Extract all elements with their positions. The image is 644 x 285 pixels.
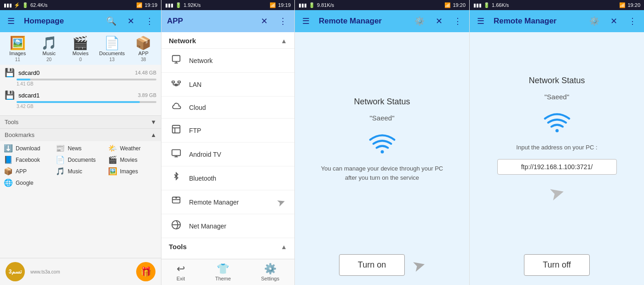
close-button-3[interactable]: ✕	[434, 14, 444, 28]
network-icon	[171, 54, 182, 67]
time-label-4: 19:20	[627, 2, 640, 8]
menu-item-androidtv[interactable]: Android TV	[161, 142, 294, 166]
wifi-icon-large-3	[366, 129, 398, 157]
settings-icon: ⚙️	[264, 263, 276, 275]
status-right-4: 📶 19:20	[619, 2, 640, 8]
images-icon: 🖼️	[10, 37, 26, 50]
watermark-logo: تسم3	[6, 262, 25, 281]
more-button-1[interactable]: ⋮	[144, 14, 155, 28]
address-input[interactable]	[497, 159, 617, 175]
file-icon-images[interactable]: 🖼️ Images 11	[3, 37, 32, 62]
time-label-2: 19:19	[278, 2, 291, 8]
close-button-1[interactable]: ✕	[126, 14, 136, 28]
wifi-status-icon-4: 📶	[619, 2, 626, 8]
tools-section-header: Tools ▲	[161, 238, 294, 254]
watermark-text: تسم3	[9, 268, 22, 275]
network-collapse-icon[interactable]: ▲	[281, 37, 287, 45]
movies-bm-icon: 🎬	[108, 155, 117, 164]
app-label: APP	[138, 51, 149, 56]
bookmark-movies[interactable]: 🎬 Movies	[108, 155, 157, 164]
turn-on-button[interactable]: Turn on	[339, 254, 405, 276]
status-left-1: ▮▮▮ ⚡ 🔋 62.4K/s	[4, 2, 47, 8]
turn-off-button[interactable]: Turn off	[524, 254, 590, 276]
storage-sdcard0[interactable]: 💾 sdcard0 14.48 GB 1.41 GB	[5, 68, 156, 86]
file-icon-music[interactable]: 🎵 Music 20	[34, 37, 63, 62]
remote-content-3: Network Status "Saeed" You can manage yo…	[295, 32, 469, 247]
menu-item-net-manager[interactable]: Net Manager	[161, 214, 294, 238]
nav-settings[interactable]: ⚙️ Settings	[261, 263, 279, 281]
menu-button-1[interactable]: ☰	[6, 14, 17, 28]
menu-item-lan[interactable]: LAN	[161, 73, 294, 97]
bookmarks-collapse-icon[interactable]: ▲	[150, 131, 156, 138]
settings-button-4[interactable]: ⚙️	[587, 14, 601, 28]
wifi-icon-large-4	[541, 108, 573, 136]
bookmark-images[interactable]: 🖼️ Images	[108, 167, 157, 176]
more-button-3[interactable]: ⋮	[452, 14, 464, 28]
bookmarks-divider[interactable]: Bookmarks ▲	[0, 128, 161, 141]
status-left-3: ▮▮▮ 🔋 9.81K/s	[299, 2, 334, 8]
network-ssid-4: "Saeed"	[544, 93, 569, 101]
battery-icon-3: 🔋	[309, 2, 315, 8]
gift-button[interactable]: 🎁	[136, 262, 155, 281]
speed-label-3: 9.81K/s	[317, 2, 334, 8]
bookmark-app[interactable]: 📦 APP	[4, 167, 53, 176]
tools-collapse-icon[interactable]: ▼	[150, 119, 156, 125]
search-button-1[interactable]: 🔍	[104, 14, 118, 28]
exit-label: Exit	[177, 276, 185, 281]
images-label: Images	[9, 51, 26, 56]
status-right-2: 📶 19:19	[270, 2, 291, 8]
more-button-2[interactable]: ⋮	[277, 14, 289, 28]
menu-item-bluetooth[interactable]: Bluetooth	[161, 166, 294, 190]
app-title-1: Homepage	[24, 17, 97, 26]
settings-button-3[interactable]: ⚙️	[413, 14, 426, 28]
more-button-4[interactable]: ⋮	[627, 14, 638, 28]
bookmark-images-label: Images	[120, 168, 138, 175]
bookmark-music[interactable]: 🎵 Music	[56, 167, 105, 176]
bookmark-weather[interactable]: 🌤️ Weather	[108, 144, 157, 153]
file-icon-documents[interactable]: 📄 Documents 13	[97, 37, 126, 62]
wifi-status-icon-1: 📶	[136, 2, 143, 8]
file-icon-app[interactable]: 📦 APP 38	[129, 37, 158, 62]
battery-icon-4: 🔋	[483, 2, 490, 8]
tools-divider[interactable]: Tools ▼	[0, 115, 161, 128]
music-label: Music	[42, 51, 56, 56]
tools-collapse-icon-2[interactable]: ▲	[281, 243, 287, 251]
movies-icon: 🎬	[72, 37, 88, 50]
speed-label-1: 62.4K/s	[30, 2, 47, 8]
storage-sdcard1[interactable]: 💾 sdcard1 3.89 GB 3.42 GB	[5, 90, 156, 109]
status-right-3: 📶 19:20	[444, 2, 466, 8]
close-button-4[interactable]: ✕	[609, 14, 619, 28]
bookmark-news[interactable]: 📰 News	[56, 144, 105, 153]
download-icon: ⬇️	[4, 144, 13, 153]
menu-item-network[interactable]: Network	[161, 49, 294, 73]
menu-item-cloud[interactable]: Cloud	[161, 97, 294, 119]
bottom-nav-bar: ↩ Exit 👕 Theme ⚙️ Settings	[161, 259, 294, 285]
bookmark-facebook[interactable]: 📘 Facebook	[4, 155, 53, 164]
app-title-4: Remote Manager	[494, 17, 580, 26]
network-section-label: Network	[169, 37, 196, 45]
bookmark-documents[interactable]: 📄 Documents	[56, 155, 105, 164]
status-bar-2: ▮▮▮ 🔋 1.92K/s 📶 19:19	[161, 0, 294, 10]
menu-lan-label: LAN	[189, 81, 201, 88]
sdcard1-icon: 💾	[5, 90, 15, 100]
close-button-2[interactable]: ✕	[259, 14, 270, 28]
google-icon: 🌐	[4, 178, 13, 187]
bluetooth-icon	[171, 172, 182, 184]
menu-bluetooth-label: Bluetooth	[189, 175, 216, 182]
menu-button-4[interactable]: ☰	[475, 14, 486, 28]
nav-theme[interactable]: 👕 Theme	[215, 263, 231, 281]
menu-item-remote-manager[interactable]: Remote Manager ➤	[161, 190, 294, 214]
menu-button-3[interactable]: ☰	[300, 14, 311, 28]
bookmark-google[interactable]: 🌐 Google	[4, 178, 53, 187]
movies-count: 0	[79, 57, 82, 62]
sdcard1-used: 3.42 GB	[17, 104, 156, 109]
nav-exit[interactable]: ↩ Exit	[177, 263, 185, 281]
app-count: 38	[141, 57, 146, 62]
bookmark-download[interactable]: ⬇️ Download	[4, 144, 53, 153]
network-section-header: Network ▲	[161, 32, 294, 49]
file-icon-movies[interactable]: 🎬 Movies 0	[66, 37, 95, 62]
menu-cloud-label: Cloud	[189, 104, 206, 111]
bottom-bar-1: تسم3 www.ts3a.com 🎁	[0, 258, 161, 285]
menu-item-ftp[interactable]: FTP	[161, 119, 294, 142]
bookmark-download-label: Download	[16, 145, 40, 152]
